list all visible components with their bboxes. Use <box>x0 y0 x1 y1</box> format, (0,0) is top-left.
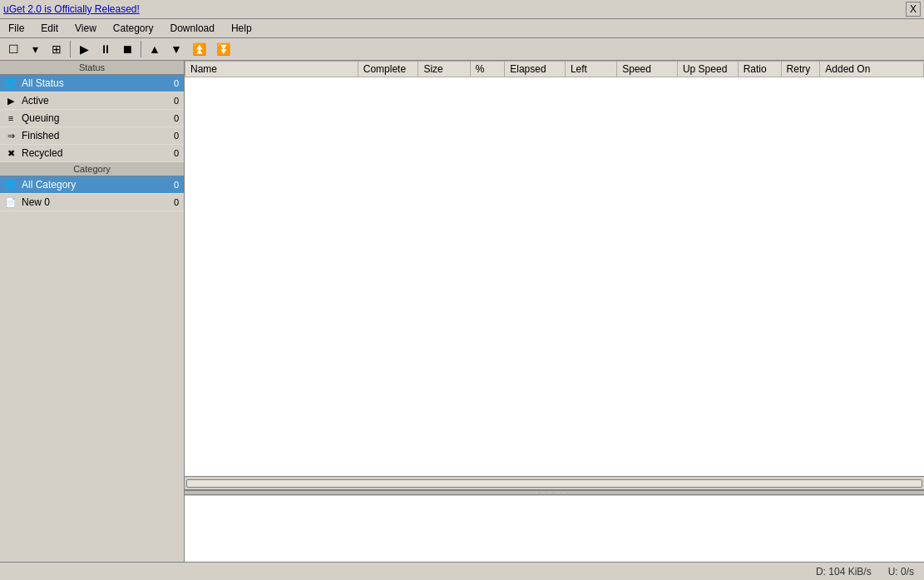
queuing-label: Queuing <box>22 112 174 124</box>
new-0-count: 0 <box>174 197 179 207</box>
all-status-icon: 🌐 <box>5 78 17 89</box>
finished-label: Finished <box>22 130 174 141</box>
active-label: Active <box>22 95 174 107</box>
sidebar-item-recycled[interactable]: ✖Recycled0 <box>0 145 184 162</box>
col-header-ratio[interactable]: Ratio <box>738 62 781 77</box>
detail-panel <box>185 495 924 562</box>
status-bar: D: 104 KiB/s U: 0/s <box>0 562 924 580</box>
all-status-count: 0 <box>174 78 179 88</box>
horizontal-scrollbar[interactable] <box>186 479 922 488</box>
recycled-label: Recycled <box>22 147 174 159</box>
all-category-label: All Category <box>22 179 174 191</box>
recycled-icon: ✖ <box>5 148 17 159</box>
col-header-speed[interactable]: Speed <box>617 62 678 77</box>
new-0-label: New 0 <box>22 196 174 208</box>
queuing-count: 0 <box>174 113 179 123</box>
content-area: NameCompleteSize%ElapsedLeftSpeedUp Spee… <box>185 61 924 562</box>
menu-view[interactable]: View <box>70 21 101 36</box>
queuing-icon: ≡ <box>5 113 17 123</box>
move-down-btn[interactable]: ▼ <box>166 40 186 58</box>
separator1 <box>70 41 71 57</box>
menu-bar: FileEditViewCategoryDownloadHelp <box>0 19 924 38</box>
sidebar-item-all-status[interactable]: 🌐All Status0 <box>0 75 184 92</box>
menu-download[interactable]: Download <box>166 21 220 36</box>
pause-btn[interactable]: ⏸ <box>96 40 116 58</box>
new-0-icon: 📄 <box>5 197 17 208</box>
upload-speed: U: 0/s <box>888 566 914 578</box>
sidebar-item-finished[interactable]: ⇒Finished0 <box>0 127 184 145</box>
title-link[interactable]: uGet 2.0 is Officially Released! <box>3 3 140 15</box>
finished-count: 0 <box>174 131 179 141</box>
sidebar: Status 🌐All Status0▶Active0≡Queuing0⇒Fin… <box>0 61 185 562</box>
download-table-container[interactable]: NameCompleteSize%ElapsedLeftSpeedUp Spee… <box>185 61 924 477</box>
finished-icon: ⇒ <box>5 131 17 141</box>
move-top-btn[interactable]: ⏫ <box>188 40 210 58</box>
active-icon: ▶ <box>5 96 17 107</box>
col-header-percent[interactable]: % <box>470 62 505 77</box>
download-speed: D: 104 KiB/s <box>816 566 872 578</box>
stop-btn[interactable]: ⏹ <box>117 40 137 58</box>
toolbar: ☐▾⊞▶⏸⏹▲▼⏫⏬ <box>0 38 924 61</box>
recycled-count: 0 <box>174 148 179 158</box>
close-button[interactable]: X <box>906 2 921 17</box>
new-download-btn[interactable]: ☐ <box>3 40 23 58</box>
menu-edit[interactable]: Edit <box>36 21 63 36</box>
sidebar-item-all-category[interactable]: 🌐All Category0 <box>0 176 184 194</box>
menu-help[interactable]: Help <box>226 21 257 36</box>
menu-category[interactable]: Category <box>108 21 159 36</box>
active-count: 0 <box>174 96 179 106</box>
status-section-label: Status <box>0 61 184 75</box>
new-download-dropdown-btn[interactable]: ▾ <box>25 40 45 58</box>
col-header-elapsed[interactable]: Elapsed <box>505 62 566 77</box>
col-header-added-on[interactable]: Added On <box>820 62 924 77</box>
all-status-label: All Status <box>22 77 174 89</box>
start-btn[interactable]: ▶ <box>74 40 94 58</box>
new-batch-btn[interactable]: ⊞ <box>47 40 67 58</box>
download-table: NameCompleteSize%ElapsedLeftSpeedUp Spee… <box>185 61 924 77</box>
col-header-name[interactable]: Name <box>185 62 358 77</box>
sidebar-item-active[interactable]: ▶Active0 <box>0 92 184 110</box>
menu-file[interactable]: File <box>3 21 29 36</box>
move-up-btn[interactable]: ▲ <box>145 40 165 58</box>
sidebar-item-new-0[interactable]: 📄New 00 <box>0 194 184 211</box>
main-area: Status 🌐All Status0▶Active0≡Queuing0⇒Fin… <box>0 61 924 562</box>
sidebar-item-queuing[interactable]: ≡Queuing0 <box>0 110 184 127</box>
category-section-label: Category <box>0 162 184 176</box>
col-header-retry[interactable]: Retry <box>781 62 820 77</box>
col-header-complete[interactable]: Complete <box>358 62 418 77</box>
move-bottom-btn[interactable]: ⏬ <box>212 40 235 58</box>
col-header-size[interactable]: Size <box>418 62 470 77</box>
separator2 <box>141 41 141 57</box>
title-bar: uGet 2.0 is Officially Released! X <box>0 0 924 19</box>
col-header-up-speed[interactable]: Up Speed <box>677 62 738 77</box>
all-category-icon: 🌐 <box>5 180 17 191</box>
all-category-count: 0 <box>174 180 179 190</box>
col-header-left[interactable]: Left <box>565 62 616 77</box>
